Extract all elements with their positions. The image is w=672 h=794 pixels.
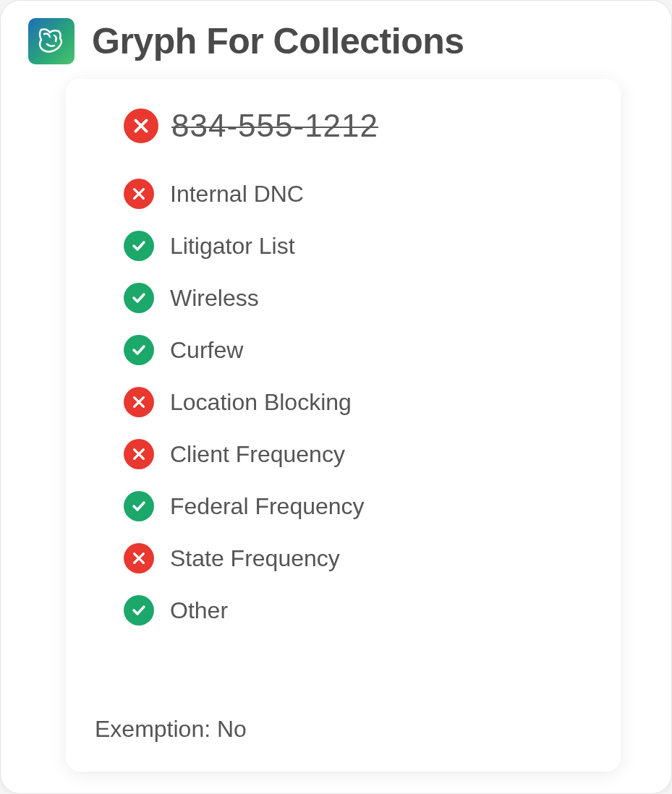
status-pass-icon [124,491,154,521]
check-row-litigator-list: Litigator List [124,231,584,261]
result-card: 834-555-1212 Internal DNC Litigator List [66,79,621,772]
check-icon [130,237,148,255]
header: Gryph For Collections [22,15,650,79]
app-logo [28,18,75,64]
check-icon [130,289,148,307]
check-label: State Frequency [170,545,340,572]
x-icon [131,394,147,410]
status-pass-icon [124,283,154,313]
check-row-wireless: Wireless [124,283,584,313]
phone-row: 834-555-1212 [124,108,584,144]
check-row-other: Other [124,595,584,626]
check-label: Location Blocking [170,389,352,416]
check-icon [130,602,148,619]
status-fail-icon [124,439,154,469]
status-pass-icon [124,231,154,261]
check-label: Litigator List [170,233,295,260]
check-label: Wireless [170,285,259,312]
status-pass-icon [124,595,154,626]
check-label: Curfew [170,337,243,364]
app-window: Gryph For Collections 834-555-1212 Inter… [0,0,672,794]
check-row-client-frequency: Client Frequency [124,439,584,469]
status-fail-icon [124,387,154,417]
exemption-label: Exemption: [95,716,210,742]
exemption-value: No [217,716,247,742]
status-fail-icon [124,179,154,209]
app-title: Gryph For Collections [92,20,464,62]
check-label: Internal DNC [170,181,304,208]
x-icon [131,550,147,566]
check-row-curfew: Curfew [124,335,584,365]
check-label: Federal Frequency [170,493,365,520]
check-icon [130,498,148,515]
exemption-row: Exemption: No [95,716,584,743]
blocked-icon [124,108,158,143]
check-row-location-blocking: Location Blocking [124,387,584,417]
check-label: Other [170,597,228,624]
x-icon [131,186,147,202]
check-row-federal-frequency: Federal Frequency [124,491,584,521]
phone-number: 834-555-1212 [171,108,378,144]
check-row-internal-dnc: Internal DNC [124,179,584,209]
status-pass-icon [124,335,154,365]
check-list: Internal DNC Litigator List Wireless [124,179,584,681]
griffin-icon [34,24,69,59]
check-row-state-frequency: State Frequency [124,543,584,573]
check-label: Client Frequency [170,441,345,468]
status-fail-icon [124,543,154,573]
check-icon [130,341,148,359]
x-icon [132,116,150,135]
x-icon [131,446,147,462]
